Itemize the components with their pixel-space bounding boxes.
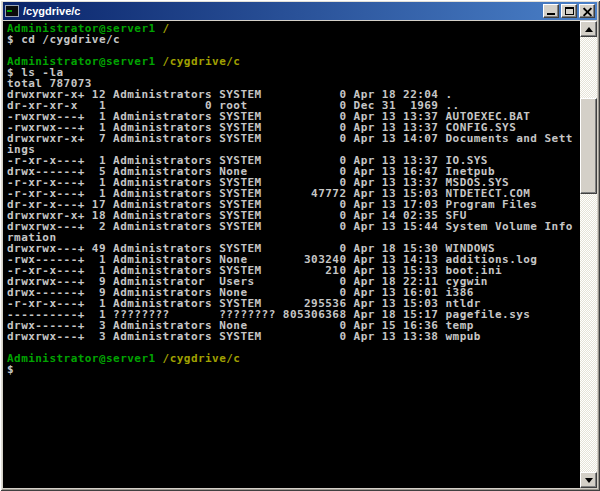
close-button[interactable] <box>579 4 595 18</box>
window-controls <box>541 4 595 18</box>
minimize-button[interactable] <box>543 4 559 18</box>
terminal-line: Administrator@server1 /cygdrive/c <box>7 353 580 364</box>
prompt-user: Administrator@server1 <box>7 352 156 365</box>
terminal-line: drwxrwxr-x+ 7 Administrators SYSTEM 0 Ap… <box>7 133 580 144</box>
terminal-line: drwxrwx---+ 2 Administrators SYSTEM 0 Ap… <box>7 221 580 232</box>
terminal-text: drwxrwx---+ 2 Administrators SYSTEM 0 Ap… <box>7 220 573 233</box>
vertical-scrollbar[interactable] <box>580 21 597 488</box>
prompt-path: /cygdrive/c <box>156 352 241 365</box>
title-bar[interactable]: /cygdrive/c <box>3 2 597 20</box>
prompt-path: / <box>156 22 170 35</box>
terminal-line: $ <box>7 364 580 375</box>
cygwin-terminal-icon <box>5 5 19 17</box>
prompt-path: /cygdrive/c <box>156 55 241 68</box>
scroll-up-button[interactable] <box>580 21 597 37</box>
maximize-icon <box>565 7 574 15</box>
maximize-button[interactable] <box>561 4 577 18</box>
close-icon <box>583 7 592 16</box>
terminal-window: /cygdrive/c Administrator@server1 /$ cd … <box>0 0 600 491</box>
scroll-down-arrow-icon <box>585 478 593 483</box>
window-title: /cygdrive/c <box>23 2 541 20</box>
scroll-down-button[interactable] <box>580 472 597 488</box>
terminal-line: drwxrwx---+ 3 Administrators SYSTEM 0 Ap… <box>7 331 580 342</box>
minimize-icon <box>547 13 555 15</box>
terminal-line: Administrator@server1 /cygdrive/c <box>7 56 580 67</box>
terminal-line: $ ls -la <box>7 67 580 78</box>
console-area: Administrator@server1 /$ cd /cygdrive/c … <box>3 21 597 488</box>
terminal-output: Administrator@server1 /$ cd /cygdrive/c … <box>3 21 580 488</box>
terminal-text: drwxrwx---+ 3 Administrators SYSTEM 0 Ap… <box>7 330 481 343</box>
scroll-up-arrow-icon <box>585 27 593 32</box>
terminal-text: $ <box>7 363 14 376</box>
scrollbar-thumb[interactable] <box>580 98 597 194</box>
terminal-text: drwxrwxr-x+ 7 Administrators SYSTEM 0 Ap… <box>7 132 573 145</box>
terminal-text: $ cd /cygdrive/c <box>7 33 120 46</box>
terminal-line: $ cd /cygdrive/c <box>7 34 580 45</box>
